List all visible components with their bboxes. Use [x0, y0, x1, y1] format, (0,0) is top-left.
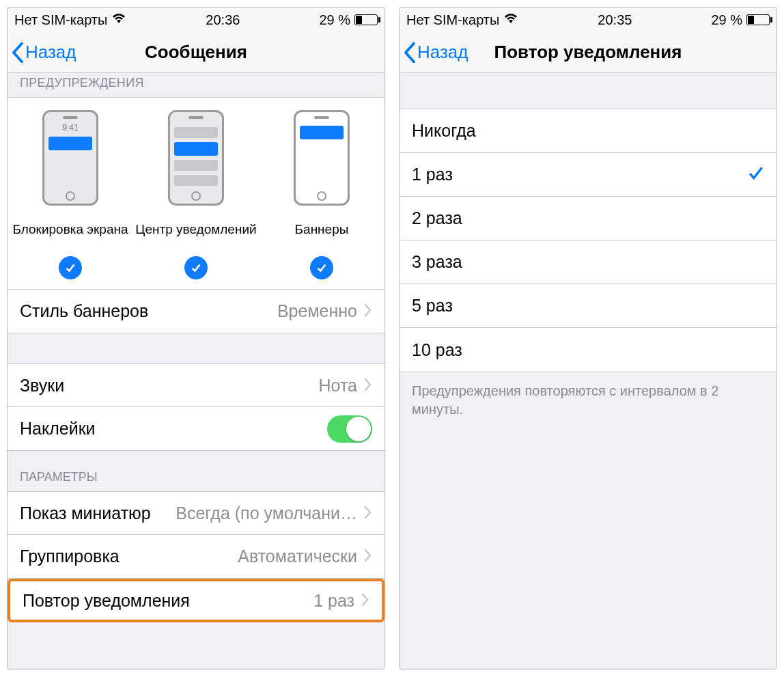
preview-lock-screen[interactable]: 9:41 Блокировка экрана [8, 110, 132, 279]
row-stickers: Наклейки [8, 407, 384, 451]
row-value: Автоматически [120, 547, 357, 566]
status-bar: Нет SIM-карты 20:36 29 % [8, 8, 384, 32]
option-never[interactable]: Никогда [400, 109, 776, 153]
row-label: Наклейки [20, 419, 96, 439]
preview-banners[interactable]: Баннеры [260, 110, 384, 279]
option-label: 3 раза [412, 252, 764, 272]
row-banner-style[interactable]: Стиль баннеров Временно [8, 290, 384, 333]
back-label: Назад [417, 42, 468, 63]
row-label: Повтор уведомления [23, 591, 190, 611]
option-label: 10 раз [412, 340, 764, 360]
back-button[interactable]: Назад [8, 42, 76, 63]
battery-pct: 29 % [711, 12, 742, 28]
chevron-right-icon [364, 503, 372, 523]
chevron-right-icon [364, 301, 372, 321]
nav-bar: Назад Повтор уведомления [400, 32, 776, 73]
phone-messages-settings: Нет SIM-карты 20:36 29 % Назад Сообщения… [7, 7, 385, 669]
alert-style-previews: 9:41 Блокировка экрана Центр уведомлений [8, 98, 384, 290]
status-time: 20:35 [598, 12, 632, 28]
phone-repeat-notification: Нет SIM-карты 20:35 29 % Назад Повтор ув… [399, 7, 777, 669]
preview-notification-center[interactable]: Центр уведомлений [134, 110, 258, 279]
footer-note: Предупреждения повторяются с интервалом … [400, 372, 776, 428]
wifi-icon [111, 12, 126, 28]
row-value: 1 раз [190, 591, 354, 611]
row-sounds[interactable]: Звуки Нота [8, 363, 384, 407]
repeat-options-list: Никогда 1 раз 2 раза 3 раза 5 раз 10 раз [400, 109, 776, 372]
preview-label: Центр уведомлений [135, 212, 256, 247]
option-label: Никогда [412, 121, 764, 141]
nav-bar: Назад Сообщения [8, 32, 384, 73]
preview-label: Баннеры [295, 212, 349, 247]
chevron-left-icon [12, 42, 24, 63]
status-time: 20:36 [206, 12, 240, 28]
lock-screen-mock-icon: 9:41 [42, 110, 98, 206]
toggle-stickers[interactable] [327, 415, 372, 443]
row-value: Нота [64, 376, 357, 396]
row-label: Показ миниатюр [20, 503, 151, 523]
status-bar: Нет SIM-карты 20:35 29 % [400, 8, 776, 32]
back-button[interactable]: Назад [400, 42, 468, 63]
option-1-time[interactable]: 1 раз [400, 153, 776, 197]
content: Никогда 1 раз 2 раза 3 раза 5 раз 10 раз… [400, 73, 776, 669]
option-3-times[interactable]: 3 раза [400, 240, 776, 284]
row-repeat-notification[interactable]: Повтор уведомления 1 раз [8, 579, 384, 622]
option-2-times[interactable]: 2 раза [400, 197, 776, 240]
row-thumbnails[interactable]: Показ миниатюр Всегда (по умолчани… [8, 491, 384, 535]
content: ПРЕДУПРЕЖДЕНИЯ 9:41 Блокировка экрана [8, 73, 384, 669]
check-circle-icon[interactable] [310, 256, 333, 279]
back-label: Назад [25, 42, 76, 63]
row-label: Стиль баннеров [20, 301, 148, 321]
option-5-times[interactable]: 5 раз [400, 284, 776, 328]
check-circle-icon[interactable] [184, 256, 208, 279]
battery-pct: 29 % [319, 12, 350, 28]
option-label: 1 раз [412, 165, 748, 184]
row-label: Звуки [20, 376, 64, 396]
carrier-text: Нет SIM-карты [14, 12, 107, 28]
chevron-right-icon [361, 591, 369, 611]
wifi-icon [503, 12, 518, 28]
notification-center-mock-icon [168, 110, 224, 206]
section-alerts-header: ПРЕДУПРЕЖДЕНИЯ [8, 73, 384, 98]
option-10-times[interactable]: 10 раз [400, 328, 776, 372]
option-label: 5 раз [412, 296, 764, 316]
chevron-right-icon [364, 547, 372, 566]
section-params-header: ПАРАМЕТРЫ [8, 451, 384, 491]
chevron-left-icon [404, 42, 416, 63]
preview-label: Блокировка экрана [12, 212, 128, 247]
checkmark-icon [748, 165, 764, 185]
option-label: 2 раза [412, 208, 764, 228]
row-grouping[interactable]: Группировка Автоматически [8, 535, 384, 579]
row-value: Временно [148, 301, 357, 321]
banners-mock-icon [294, 110, 350, 206]
chevron-right-icon [364, 376, 372, 396]
check-circle-icon[interactable] [59, 256, 82, 279]
carrier-text: Нет SIM-карты [406, 12, 499, 28]
row-value: Всегда (по умолчани… [151, 503, 357, 523]
battery-icon [746, 14, 770, 25]
row-label: Группировка [20, 547, 120, 566]
battery-icon [354, 14, 378, 25]
